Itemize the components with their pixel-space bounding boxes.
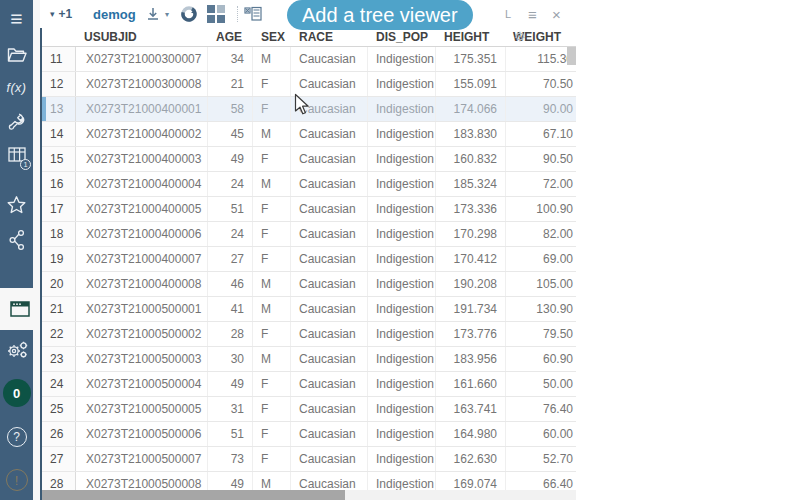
cell-usubjid[interactable]: X0273T21000500006 (76, 422, 208, 446)
cell-sex[interactable]: F (253, 372, 291, 396)
row-number-cell[interactable]: 18 (42, 222, 76, 246)
column-header-usubjid[interactable]: USUBJID (76, 28, 208, 46)
cell-dis_pop[interactable]: Indigestion (368, 422, 436, 446)
cell-age[interactable]: 31 (208, 397, 253, 421)
cell-weight[interactable]: 115.30 (506, 47, 576, 71)
cell-dis_pop[interactable]: Indigestion (368, 322, 436, 346)
cell-height[interactable]: 161.660 (436, 372, 506, 396)
cell-age[interactable]: 49 (208, 372, 253, 396)
cell-race[interactable]: Caucasian (291, 297, 368, 321)
cell-height[interactable]: 164.980 (436, 422, 506, 446)
cell-usubjid[interactable]: X0273T21000400005 (76, 197, 208, 221)
cell-weight[interactable]: 50.00 (506, 372, 576, 396)
cell-weight[interactable]: 67.10 (506, 122, 576, 146)
cell-weight[interactable]: 72.00 (506, 172, 576, 196)
cell-age[interactable]: 45 (208, 122, 253, 146)
cell-age[interactable]: 30 (208, 347, 253, 371)
cell-sex[interactable]: M (253, 347, 291, 371)
row-number-cell[interactable]: 14 (42, 122, 76, 146)
row-number-cell[interactable]: 25 (42, 397, 76, 421)
cell-age[interactable]: 21 (208, 72, 253, 96)
row-number-cell[interactable]: 19 (42, 247, 76, 271)
cell-dis_pop[interactable]: Indigestion (368, 397, 436, 421)
cell-dis_pop[interactable]: Indigestion (368, 272, 436, 296)
cell-dis_pop[interactable]: Indigestion (368, 372, 436, 396)
row-number-cell[interactable]: 26 (42, 422, 76, 446)
panel-menu-button[interactable]: ≡ (528, 0, 537, 28)
cell-dis_pop[interactable]: Indigestion (368, 172, 436, 196)
cell-usubjid[interactable]: X0273T21000400001 (76, 97, 208, 121)
open-folder-icon[interactable] (0, 45, 33, 65)
cell-sex[interactable]: M (253, 172, 291, 196)
cell-dis_pop[interactable]: Indigestion (368, 297, 436, 321)
download-button[interactable]: ▾ (145, 0, 169, 28)
cell-height[interactable]: 175.351 (436, 47, 506, 71)
column-header-race[interactable]: RACE (291, 28, 368, 46)
cell-age[interactable]: 51 (208, 197, 253, 221)
grid-view-button[interactable] (206, 0, 226, 28)
cell-race[interactable]: Caucasian (291, 47, 368, 71)
cell-usubjid[interactable]: X0273T21000500004 (76, 372, 208, 396)
cell-dis_pop[interactable]: Indigestion (368, 147, 436, 171)
cell-usubjid[interactable]: X0273T21000500002 (76, 322, 208, 346)
row-number-cell[interactable]: 20 (42, 272, 76, 296)
cell-weight[interactable]: 100.90 (506, 197, 576, 221)
row-number-cell[interactable]: 27 (42, 447, 76, 471)
cell-age[interactable]: 58 (208, 97, 253, 121)
horizontal-scrollbar-thumb[interactable] (42, 490, 345, 500)
row-number-cell[interactable]: 13 (42, 97, 76, 121)
cell-sex[interactable]: F (253, 322, 291, 346)
row-number-cell[interactable]: 12 (42, 72, 76, 96)
cell-sex[interactable]: M (253, 272, 291, 296)
cell-height[interactable]: 174.066 (436, 97, 506, 121)
cell-usubjid[interactable]: X0273T21000400004 (76, 172, 208, 196)
row-number-cell[interactable]: 24 (42, 372, 76, 396)
cell-age[interactable]: 28 (208, 322, 253, 346)
cell-sex[interactable]: M (253, 297, 291, 321)
cell-usubjid[interactable]: X0273T21000500007 (76, 447, 208, 471)
row-number-cell[interactable]: 22 (42, 322, 76, 346)
cell-age[interactable]: 46 (208, 272, 253, 296)
share-icon[interactable] (0, 228, 33, 252)
column-header-height[interactable]: HEIGHT (436, 28, 506, 46)
cell-sex[interactable]: F (253, 247, 291, 271)
row-number-cell[interactable]: 17 (42, 197, 76, 221)
cell-age[interactable]: 34 (208, 47, 253, 71)
cell-race[interactable]: Caucasian (291, 347, 368, 371)
cell-height[interactable]: 162.630 (436, 447, 506, 471)
cell-height[interactable]: 170.412 (436, 247, 506, 271)
row-number-cell[interactable]: 23 (42, 347, 76, 371)
column-header-age[interactable]: AGE (208, 28, 253, 46)
cell-age[interactable]: 24 (208, 172, 253, 196)
cell-usubjid[interactable]: X0273T21000300007 (76, 47, 208, 71)
cell-weight[interactable]: 79.50 (506, 322, 576, 346)
cell-dis_pop[interactable]: Indigestion (368, 72, 436, 96)
refresh-button[interactable] (180, 0, 198, 28)
cell-race[interactable]: Caucasian (291, 247, 368, 271)
cell-dis_pop[interactable]: Indigestion (368, 447, 436, 471)
row-number-cell[interactable]: 16 (42, 172, 76, 196)
cell-weight[interactable]: 90.00 (506, 97, 576, 121)
cell-usubjid[interactable]: X0273T21000500001 (76, 297, 208, 321)
row-number-cell[interactable]: 15 (42, 147, 76, 171)
cell-weight[interactable]: 90.50 (506, 147, 576, 171)
star-icon[interactable] (0, 194, 33, 216)
cell-height[interactable]: 170.298 (436, 222, 506, 246)
cell-race[interactable]: Caucasian (291, 397, 368, 421)
cell-sex[interactable]: F (253, 97, 291, 121)
cell-usubjid[interactable]: X0273T21000300008 (76, 72, 208, 96)
cell-sex[interactable]: M (253, 47, 291, 71)
alert-icon[interactable]: ! (0, 468, 33, 492)
hamburger-menu-icon[interactable]: ≡ (0, 8, 33, 28)
cell-dis_pop[interactable]: Indigestion (368, 47, 436, 71)
cell-dis_pop[interactable]: Indigestion (368, 97, 436, 121)
cell-height[interactable]: 185.324 (436, 172, 506, 196)
cell-sex[interactable]: F (253, 197, 291, 221)
cell-race[interactable]: Caucasian (291, 322, 368, 346)
user-avatar[interactable]: 0 (0, 378, 33, 408)
cell-race[interactable]: Caucasian (291, 122, 368, 146)
cell-height[interactable]: 173.776 (436, 322, 506, 346)
cell-dis_pop[interactable]: Indigestion (368, 122, 436, 146)
column-header-dis_pop[interactable]: DIS_POP (368, 28, 436, 46)
cell-race[interactable]: Caucasian (291, 447, 368, 471)
